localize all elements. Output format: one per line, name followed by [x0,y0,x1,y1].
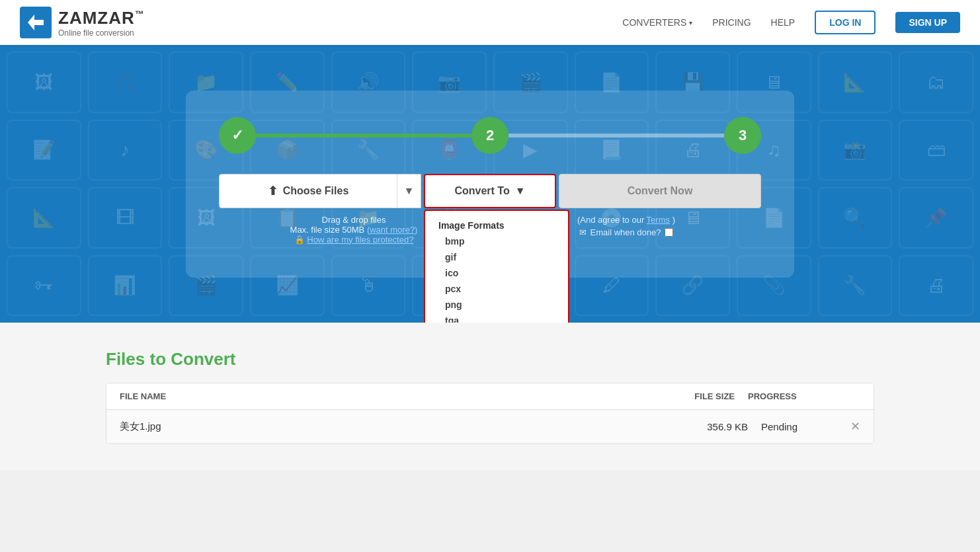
bg-icon: ♪ [88,120,163,181]
logo-title: ZAMZAR™ [58,8,145,28]
bg-icon: 🗝 [7,255,81,317]
bg-icon: 📊 [88,255,163,317]
bg-icon: 📐 [818,52,893,113]
files-section: Files to Convert FILE NAME FILE SIZE PRO… [0,323,980,471]
dropdown-item-ico[interactable]: ico [425,265,568,281]
step-line-1 [256,134,471,138]
email-icon: ✉ [579,227,587,237]
steps-row: ✓ 2 3 [219,117,761,154]
bg-icon: 🎞 [88,187,163,249]
file-protection-link[interactable]: How are my files protected? [307,235,413,245]
bg-icon: 🗃 [899,120,973,181]
hero-section: 🖼🎵📁✏️🔊📷🎬📄💾🖥📐🗂📝♪🎨📦🔧📮▶📃🖨♫📸🗃📐🎞🖼📋📁🔊📷💿🖥📄🔍📌🗝📊🎬… [0,45,980,323]
convert-now-button: Convert Now [559,174,761,208]
files-table: FILE NAME FILE SIZE PROGRESS 美女1.jpg 356… [106,383,874,444]
choose-files-dropdown-arrow[interactable]: ▼ [397,175,421,208]
bg-icon: 📌 [899,187,973,249]
step-2-circle: 2 [471,117,509,154]
col-progress-header: PROGRESS [735,391,840,401]
choose-files-main[interactable]: ⬆ Choose Files [220,184,397,198]
converter-box: ✓ 2 3 ⬆ Choose Files ▼ [186,91,794,278]
bg-icon: 🔧 [818,255,893,317]
bg-icon: 🖨 [899,255,973,317]
choose-files-button[interactable]: ⬆ Choose Files ▼ [219,174,421,208]
nav-pricing[interactable]: PRICING [712,17,751,28]
chevron-down-icon: ▼ [404,185,415,197]
format-dropdown: Image Formats bmpgificopcxpngtgathumbnai… [424,210,569,323]
convert-to-button[interactable]: Convert To ▼ Image Formats bmpgificopcxp… [424,174,556,208]
nav-help[interactable]: HELP [771,17,796,28]
buttons-row: ⬆ Choose Files ▼ Convert To ▼ Image Form… [219,174,761,208]
col-file-size-header: FILE SIZE [655,391,735,401]
step-3-circle: 3 [724,117,761,154]
dropdown-item-gif[interactable]: gif [425,249,568,265]
dropdown-item-tga[interactable]: tga [425,313,568,323]
col-file-name-header: FILE NAME [120,391,655,401]
lock-icon: 🔒 [294,235,305,245]
nav-converters[interactable]: CONVERTERS ▾ [622,17,692,28]
step-line-2 [509,134,724,138]
dropdown-item-pcx[interactable]: pcx [425,281,568,297]
dropdown-item-bmp[interactable]: bmp [425,233,568,249]
file-progress: Pending [748,421,840,432]
bg-icon: 📐 [7,187,81,249]
file-size: 356.9 KB [669,421,748,432]
svg-marker-0 [28,15,44,30]
file-rows-container: 美女1.jpg 356.9 KB Pending ✕ [106,410,874,444]
email-checkbox[interactable] [665,228,673,237]
logo-text-area: ZAMZAR™ Online file conversion [58,8,145,38]
bg-icon: 🖼 [7,52,81,113]
signup-button[interactable]: SIGN UP [895,12,960,33]
remove-file-button[interactable]: ✕ [840,419,860,434]
logo-icon [20,7,52,38]
upload-icon: ⬆ [268,184,278,198]
table-row: 美女1.jpg 356.9 KB Pending ✕ [106,410,874,444]
dropdown-item-png[interactable]: png [425,297,568,313]
bg-icon: 🎵 [88,52,163,113]
terms-link[interactable]: Terms [647,215,670,225]
login-button[interactable]: LOG IN [815,11,876,34]
bg-icon: 🗂 [899,52,973,113]
bg-icon: 🔍 [818,187,893,249]
image-format-items: bmpgificopcxpngtgathumbnailtiffwbmpwebp [425,233,568,323]
image-formats-header: Image Formats [425,216,568,233]
bg-icon: 📝 [7,120,81,181]
step-1-circle: ✓ [219,117,256,154]
logo-subtitle: Online file conversion [58,28,145,38]
table-header: FILE NAME FILE SIZE PROGRESS [106,383,874,410]
want-more-link[interactable]: (want more?) [367,225,418,235]
logo-area: ZAMZAR™ Online file conversion [20,7,145,38]
converters-caret-icon: ▾ [689,19,692,26]
nav-links: CONVERTERS ▾ PRICING HELP LOG IN SIGN UP [622,11,960,34]
files-title: Files to Convert [106,349,874,370]
convert-to-caret-icon: ▼ [515,185,526,197]
file-name: 美女1.jpg [120,420,669,433]
navbar: ZAMZAR™ Online file conversion CONVERTER… [0,0,980,45]
bg-icon: 📸 [818,120,893,181]
